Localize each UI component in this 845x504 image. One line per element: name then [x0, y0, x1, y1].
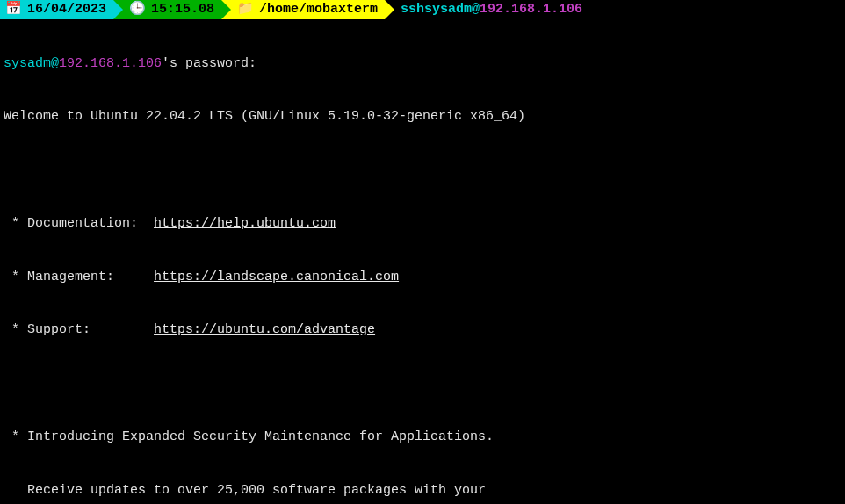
blank-line — [4, 375, 841, 392]
date-text: 16/04/2023 — [27, 1, 106, 18]
ssh-command: ssh — [401, 1, 424, 18]
esm-intro-2: Receive updates to over 25,000 software … — [4, 482, 841, 500]
time-segment: 🕒 15:15.08 — [113, 0, 221, 19]
path-segment: 📁 /home/mobaxterm — [221, 0, 385, 19]
password-prompt-line: sysadm@192.168.1.106's password: — [4, 55, 841, 73]
terminal-output[interactable]: sysadm@192.168.1.106's password: Welcome… — [0, 19, 845, 504]
folder-icon: 📁 — [237, 1, 254, 18]
time-text: 15:15.08 — [151, 1, 214, 18]
terminal-window[interactable]: 📅 16/04/2023 🕒 15:15.08 📁 /home/mobaxter… — [0, 0, 845, 504]
pw-suffix: 's password: — [162, 56, 256, 71]
pw-user: sysadm@ — [4, 56, 59, 71]
prompt-header: 📅 16/04/2023 🕒 15:15.08 📁 /home/mobaxter… — [0, 0, 845, 19]
welcome-line: Welcome to Ubuntu 22.04.2 LTS (GNU/Linux… — [4, 108, 841, 126]
pw-host: 192.168.1.106 — [59, 56, 162, 71]
command-segment[interactable]: ssh sysadm@ 192.168.1.106 — [385, 0, 582, 19]
mgmt-link[interactable]: https://landscape.canonical.com — [154, 270, 399, 284]
support-line: * Support: https://ubuntu.com/advantage — [4, 321, 841, 339]
path-text: /home/mobaxterm — [259, 1, 378, 18]
doc-line: * Documentation: https://help.ubuntu.com — [4, 215, 841, 233]
ssh-host: 192.168.1.106 — [480, 1, 582, 18]
clock-icon: 🕒 — [129, 1, 146, 18]
blank-line — [4, 162, 841, 179]
esm-intro-1: * Introducing Expanded Security Maintena… — [4, 428, 841, 446]
support-link[interactable]: https://ubuntu.com/advantage — [154, 322, 375, 337]
ssh-user: sysadm@ — [424, 1, 480, 18]
doc-link[interactable]: https://help.ubuntu.com — [154, 216, 336, 231]
date-segment: 📅 16/04/2023 — [0, 0, 113, 19]
mgmt-line: * Management: https://landscape.canonica… — [4, 269, 841, 286]
calendar-icon: 📅 — [5, 1, 22, 18]
